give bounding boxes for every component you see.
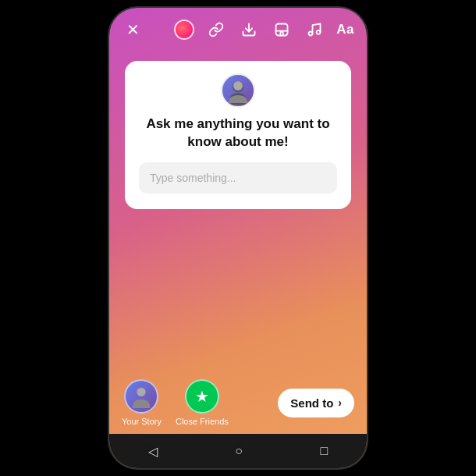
svg-rect-1: [276, 24, 288, 36]
music-icon[interactable]: [304, 19, 325, 41]
story-screen: ✕: [109, 8, 367, 468]
close-friends-option[interactable]: ★ Close Friends: [176, 379, 229, 426]
your-story-avatar: [124, 379, 158, 414]
your-story-label: Your Story: [122, 417, 162, 426]
your-story-option[interactable]: Your Story: [122, 379, 162, 426]
svg-point-8: [233, 81, 243, 91]
svg-point-3: [309, 32, 313, 36]
bottom-bar: Your Story ★ Close Friends Send to ›: [109, 371, 367, 434]
avatar: [221, 73, 255, 108]
send-chevron-icon: ›: [338, 396, 342, 409]
close-friends-label: Close Friends: [176, 417, 229, 426]
star-icon: ★: [195, 387, 209, 406]
back-nav-icon[interactable]: ◁: [148, 444, 158, 459]
toolbar: ✕: [109, 8, 367, 47]
qa-input-placeholder: Type something...: [150, 172, 236, 184]
text-tool-button[interactable]: Aa: [336, 22, 354, 37]
phone-frame: ✕: [109, 8, 367, 468]
link-icon[interactable]: [205, 19, 227, 41]
close-friends-avatar: ★: [185, 379, 219, 414]
qa-card: Ask me anything you want to know about m…: [125, 61, 351, 209]
svg-point-9: [137, 388, 146, 396]
svg-point-4: [317, 30, 321, 34]
qa-input-area[interactable]: Type something...: [139, 162, 337, 194]
send-to-button[interactable]: Send to ›: [278, 389, 354, 417]
home-nav-icon[interactable]: ○: [235, 444, 243, 458]
recents-nav-icon[interactable]: □: [321, 444, 329, 458]
color-picker-button[interactable]: [174, 20, 194, 40]
qa-question-text: Ask me anything you want to know about m…: [139, 115, 337, 151]
toolbar-right: Aa: [174, 19, 354, 41]
close-button[interactable]: ✕: [122, 19, 144, 41]
download-icon[interactable]: [238, 19, 260, 41]
sticker-icon[interactable]: [271, 19, 293, 41]
navigation-bar: ◁ ○ □: [109, 434, 367, 468]
send-to-label: Send to: [290, 396, 333, 410]
